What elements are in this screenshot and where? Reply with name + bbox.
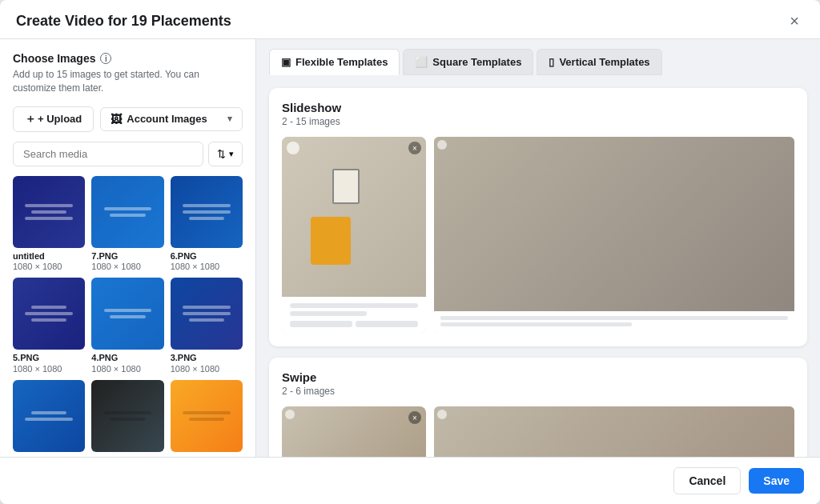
image-name: 3.PNG (171, 353, 197, 363)
image-thumbnail (171, 176, 243, 248)
choose-images-heading: Choose Images i (13, 52, 243, 65)
templates-content: Slideshow 2 - 15 images × (256, 75, 820, 457)
list-item[interactable]: untitled 1080 × 1920 (171, 380, 243, 457)
filter-button[interactable]: ⇅ ▾ (208, 142, 243, 166)
image-thumbnail (91, 380, 163, 452)
swipe-main-preview: × (282, 406, 426, 457)
vertical-icon: ▯ (549, 56, 554, 68)
tab-flexible-templates[interactable]: ▣ Flexible Templates (269, 49, 400, 75)
slide-close-icon: × (408, 142, 421, 154)
tab-square-templates[interactable]: ⬜ Square Templates (403, 49, 533, 75)
list-item[interactable]: 1_024.jpg 1080 × 1080 (91, 380, 163, 457)
template-preview: × (282, 137, 794, 334)
image-thumbnail (13, 278, 85, 350)
image-dimensions: 1080 × 1080 (171, 262, 219, 271)
slide-dot (287, 142, 299, 154)
right-panel: ▣ Flexible Templates ⬜ Square Templates … (256, 39, 820, 457)
create-video-modal: Create Video for 19 Placements × Choose … (0, 0, 820, 504)
list-item[interactable]: 2.PNG 1080 × 1080 (13, 380, 85, 457)
modal-body: Choose Images i Add up to 15 images to g… (0, 39, 820, 457)
upload-button[interactable]: ＋ + Upload (13, 106, 94, 132)
template-subtitle: 2 - 15 images (282, 116, 794, 127)
template-title: Slideshow (282, 101, 794, 114)
tab-vertical-templates[interactable]: ▯ Vertical Templates (537, 49, 661, 75)
secondary-preview-2 (434, 406, 794, 457)
left-panel: Choose Images i Add up to 15 images to g… (0, 39, 256, 457)
list-item[interactable]: 7.PNG 1080 × 1080 (91, 176, 163, 272)
modal-footer: Cancel Save (0, 457, 820, 504)
template-card-swipe[interactable]: Swipe 2 - 6 images × (269, 358, 807, 457)
image-dimensions: 1080 × 1080 (91, 262, 140, 271)
template-preview: × (282, 406, 794, 457)
image-name: 6.PNG (171, 251, 197, 262)
slideshow-main-preview: × (282, 137, 426, 334)
image-thumbnail (171, 380, 243, 452)
image-name: 4.PNG (91, 353, 118, 363)
image-thumbnail (13, 176, 85, 248)
image-thumbnail (91, 176, 163, 248)
chevron-down-icon-filter: ▾ (229, 149, 234, 159)
image-name: 5.PNG (13, 353, 39, 363)
square-icon: ⬜ (415, 56, 428, 68)
swipe-close-icon: × (408, 411, 421, 424)
choose-images-desc: Add up to 15 images to get started. You … (13, 68, 243, 95)
account-images-button[interactable]: 🖼 Account Images ▾ (100, 107, 243, 131)
image-grid: untitled 1080 × 1080 7.PNG 1080 × 1080 (13, 176, 243, 457)
image-thumbnail (91, 278, 163, 350)
list-item[interactable]: untitled 1080 × 1080 (13, 176, 85, 272)
template-card-slideshow[interactable]: Slideshow 2 - 15 images × (269, 88, 807, 346)
modal-title: Create Video for 19 Placements (16, 13, 231, 30)
image-thumbnail (171, 278, 243, 350)
image-name: untitled (13, 251, 45, 262)
search-input[interactable] (13, 142, 203, 166)
template-subtitle: 2 - 6 images (282, 386, 794, 397)
info-icon[interactable]: i (100, 53, 111, 64)
secondary-preview-1 (434, 137, 794, 334)
upload-row: ＋ + Upload 🖼 Account Images ▾ (13, 106, 243, 132)
slideshow-secondary-previews (434, 137, 794, 334)
chevron-down-icon: ▾ (227, 114, 232, 124)
image-dimensions: 1080 × 1080 (171, 364, 219, 374)
list-item[interactable]: 6.PNG 1080 × 1080 (171, 176, 243, 272)
image-icon: 🖼 (111, 113, 122, 126)
modal-header: Create Video for 19 Placements × (0, 0, 820, 39)
flexible-icon: ▣ (281, 56, 291, 68)
templates-tabs: ▣ Flexible Templates ⬜ Square Templates … (256, 39, 820, 75)
list-item[interactable]: 5.PNG 1080 × 1080 (13, 278, 85, 374)
image-thumbnail (13, 380, 85, 452)
search-filter-row: ⇅ ▾ (13, 142, 243, 166)
close-button[interactable]: × (785, 11, 804, 30)
template-title: Swipe (282, 370, 794, 384)
swipe-secondary-previews (434, 406, 794, 457)
cancel-button[interactable]: Cancel (673, 467, 741, 494)
save-button[interactable]: Save (749, 468, 804, 494)
image-dimensions: 1080 × 1080 (13, 262, 62, 271)
image-dimensions: 1080 × 1080 (91, 364, 140, 374)
plus-icon: ＋ (25, 112, 36, 126)
filter-icon: ⇅ (217, 148, 226, 160)
list-item[interactable]: 4.PNG 1080 × 1080 (91, 278, 163, 374)
image-dimensions: 1080 × 1080 (13, 364, 62, 374)
image-name: 7.PNG (91, 251, 118, 262)
list-item[interactable]: 3.PNG 1080 × 1080 (171, 278, 243, 374)
